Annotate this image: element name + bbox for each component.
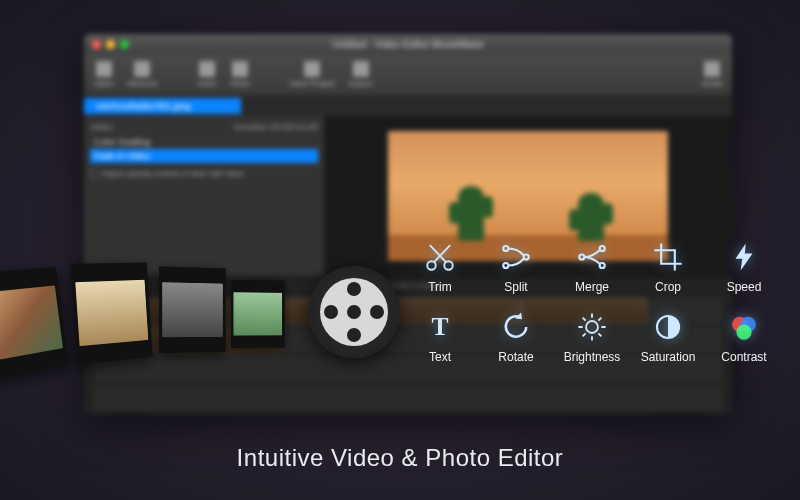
- feature-split: Split: [480, 240, 552, 306]
- email-icon: [704, 61, 720, 77]
- effect-color-grading[interactable]: Color Grading: [90, 135, 318, 149]
- feature-brightness: Brightness: [556, 310, 628, 376]
- tagline: Intuitive Video & Photo Editor: [0, 444, 800, 472]
- feature-saturation: Saturation: [632, 310, 704, 376]
- export-button[interactable]: Export: [349, 61, 372, 88]
- open-button[interactable]: Open: [94, 61, 114, 88]
- svg-point-5: [579, 254, 584, 259]
- merge-icon: [575, 240, 609, 274]
- feature-text: T Text: [404, 310, 476, 376]
- svg-point-6: [600, 246, 605, 251]
- timeline-track[interactable]: [94, 385, 722, 411]
- duration-value[interactable]: 00:00:01:00: [270, 122, 318, 132]
- text-icon: T: [423, 310, 457, 344]
- feature-merge: Merge: [556, 240, 628, 306]
- rotate-icon: [499, 310, 533, 344]
- saturation-icon: [651, 310, 685, 344]
- redo-icon: [232, 61, 248, 77]
- scissors-icon: [423, 240, 457, 274]
- svg-text:T: T: [431, 313, 448, 342]
- titlebar: Untitled - Video Editor MovieMator: [84, 34, 732, 54]
- effect-fade-in-video[interactable]: Fade In Video: [90, 149, 318, 163]
- feature-grid: Trim Split Merge Crop Speed T Text Rotat…: [404, 240, 780, 376]
- redo-button[interactable]: Redo: [231, 61, 250, 88]
- email-button[interactable]: Email: [702, 61, 722, 88]
- opacity-checkbox[interactable]: [90, 170, 98, 178]
- lightning-icon: [727, 240, 761, 274]
- save-project-button[interactable]: Save Project: [290, 61, 335, 88]
- panel-header: Video: [90, 122, 113, 132]
- undo-icon: [199, 61, 215, 77]
- save-icon: [304, 61, 320, 77]
- tab-file[interactable]: xsichoushadui-001.jpeg: [84, 98, 241, 114]
- feature-speed: Speed: [708, 240, 780, 306]
- split-icon: [499, 240, 533, 274]
- svg-point-0: [427, 261, 436, 270]
- open-icon: [96, 61, 112, 77]
- svg-point-7: [600, 263, 605, 268]
- svg-point-3: [503, 263, 508, 268]
- tab-row: xsichoushadui-001.jpeg: [84, 96, 732, 116]
- crop-icon: [651, 240, 685, 274]
- duration-label: Duration: [234, 122, 268, 132]
- svg-point-2: [503, 246, 508, 251]
- feature-contrast: Contrast: [708, 310, 780, 376]
- export-icon: [353, 61, 369, 77]
- undo-button[interactable]: Undo: [197, 61, 216, 88]
- brightness-icon: [575, 310, 609, 344]
- window-title: Untitled - Video Editor MovieMator: [84, 39, 732, 50]
- remove-button[interactable]: Remove: [128, 61, 158, 88]
- svg-point-1: [444, 261, 453, 270]
- svg-point-9: [586, 321, 598, 333]
- svg-point-13: [736, 324, 751, 339]
- feature-trim: Trim: [404, 240, 476, 306]
- contrast-icon: [727, 310, 761, 344]
- toolbar: Open Remove Undo Redo Save Project Expor…: [84, 54, 732, 96]
- svg-point-4: [524, 254, 529, 259]
- effects-panel: Video Duration 00:00:01:00 Color Grading…: [84, 116, 324, 276]
- film-frame: [0, 267, 69, 382]
- opacity-option-label: Adjust opacity instead of fade with blac…: [102, 169, 244, 178]
- trash-icon: [134, 61, 150, 77]
- feature-crop: Crop: [632, 240, 704, 306]
- feature-rotate: Rotate: [480, 310, 552, 376]
